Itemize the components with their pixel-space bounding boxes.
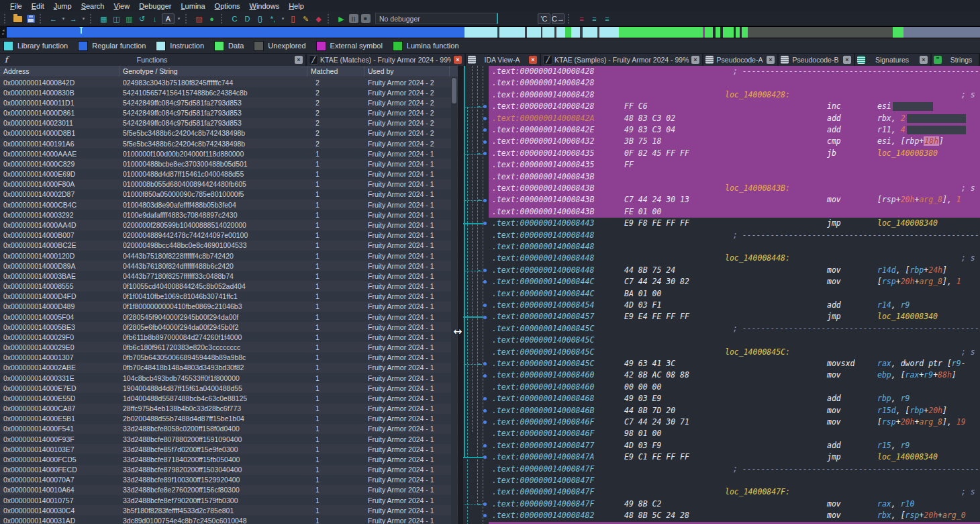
debugger-combo[interactable]: No debugger: [375, 13, 498, 24]
run-icon[interactable]: ▶: [336, 13, 347, 24]
menu-file[interactable]: File: [5, 1, 27, 11]
table-row[interactable]: 0x000000014000CA8728ffc975b4eb138b4b0c33…: [0, 404, 458, 414]
segments-icon[interactable]: ▥: [124, 13, 135, 24]
disasm-line[interactable]: .text:0000000140008428loc_140008428:; s: [489, 89, 980, 101]
column-header-used-by[interactable]: Used by: [364, 66, 450, 77]
table-row[interactable]: 0x00000001400191A65f5e5bc3488b6c24204c8b…: [0, 138, 458, 148]
disasm-line[interactable]: .text:000000014000843BC7 44 24 30 13mov[…: [489, 194, 980, 206]
toolbar-handle[interactable]: [90, 14, 95, 24]
table-row[interactable]: 0x0000000140002D8701000f850a05000090c785…: [0, 189, 458, 200]
compile-icon[interactable]: C: [229, 13, 240, 24]
column-header-address[interactable]: Address: [0, 66, 119, 77]
menu-lumina[interactable]: Lumina: [176, 1, 209, 11]
edit-icon[interactable]: ✎: [300, 13, 311, 24]
table-row[interactable]: 0x000000014000D89A04443b76180f824dffffff…: [0, 261, 458, 271]
refresh-icon[interactable]: ↺: [136, 13, 148, 24]
braces-icon[interactable]: {}: [254, 13, 266, 24]
nav-segment[interactable]: [748, 27, 893, 38]
panel-caption-signatures[interactable]: Signatures×: [855, 54, 932, 66]
list-teal-icon[interactable]: ≡: [589, 13, 600, 24]
table-row[interactable]: 0x000000014000F80A0100008b055d6804008944…: [0, 179, 458, 189]
disasm-line[interactable]: .text:000000014000847Floc_14000847F:; s: [489, 486, 980, 498]
c-export-icon[interactable]: C→: [552, 13, 565, 24]
close-icon[interactable]: ×: [843, 56, 851, 64]
menu-jump[interactable]: Jump: [49, 1, 77, 11]
nav-segment[interactable]: [7, 27, 464, 38]
table-row[interactable]: 0x000000014000D86154242849ffc084c975d581…: [0, 108, 458, 118]
nav-segment[interactable]: [893, 27, 903, 38]
nav-segment[interactable]: [565, 27, 571, 38]
table-row[interactable]: 0x000000014001075733d2488bcfe8ef790200ff…: [0, 495, 458, 505]
table-row[interactable]: 0x00000001400032920100e9dafaffff4883c708…: [0, 210, 458, 220]
table-row[interactable]: 0x00000001400070A733d2488bcfe89f100300ff…: [0, 475, 458, 485]
panel-caption-pseudocode-a[interactable]: Pseudocode-A×: [703, 54, 779, 66]
back-icon[interactable]: ←: [48, 13, 59, 24]
nav-segment[interactable]: [542, 27, 554, 38]
disasm-line[interactable]: .text:0000000140008428: [489, 77, 980, 89]
vars-dropdown-icon[interactable]: ▾: [280, 13, 286, 24]
disasm-line[interactable]: .text:000000014000848248 8B 5C 24 28movr…: [489, 510, 980, 521]
close-icon[interactable]: ×: [454, 56, 462, 64]
table-row[interactable]: 0x000000014000AAAE0100000f100d00b204000f…: [0, 148, 458, 159]
table-row[interactable]: 0x000000014000F93F33d2488bcfe807880200ff…: [0, 434, 458, 444]
disasm-line[interactable]: .text:00000001400084323B 75 18cmpesi, [r…: [489, 136, 980, 147]
table-row[interactable]: 0x0000000140002ABE0fb70c48418b148a4803d3…: [0, 363, 458, 373]
list-teal2-icon[interactable]: ≡: [601, 13, 613, 24]
disasm-line[interactable]: .text:000000014000843B: [489, 171, 980, 183]
disasm-line[interactable]: .text:000000014000847F: [489, 475, 980, 486]
disasm-line[interactable]: .text:000000014000845C; ----------------…: [489, 323, 980, 335]
data-icon[interactable]: D: [242, 13, 253, 24]
breakpoint-icon[interactable]: ◆: [313, 13, 324, 24]
close-icon[interactable]: ×: [529, 56, 537, 64]
disasm-line[interactable]: .text:0000000140008457E9 E4 FE FF FFjmpl…: [489, 311, 980, 322]
disasm-line[interactable]: .text:000000014000846F98 01 00: [489, 428, 980, 439]
nav-arrow-down-icon[interactable]: ▸: [2, 32, 4, 36]
table-row[interactable]: 0x00000001400085550f10055cd404008844245c…: [0, 281, 458, 291]
disasm-line[interactable]: .text:000000014000846B44 8B 7D 20movr15d…: [489, 405, 980, 417]
table-row[interactable]: 0x0000000140005F040f280545f904000f2945b0…: [0, 312, 458, 322]
table-row[interactable]: 0x000000014000CB4C01004803d8e90afeffff48…: [0, 200, 458, 210]
nav-segment[interactable]: [527, 27, 540, 38]
nav-segment[interactable]: [723, 27, 734, 38]
menu-options[interactable]: Options: [210, 1, 245, 11]
disasm-line[interactable]: .text:000000014000846FC7 44 24 30 71mov[…: [489, 417, 980, 428]
table-row[interactable]: 0x000000014000AA4D0200000f280599b1040088…: [0, 220, 458, 230]
lumina-icon[interactable]: ●: [206, 13, 217, 24]
table-row[interactable]: 0x000000014000C829010000488bcbe8ec370300…: [0, 159, 458, 169]
table-row[interactable]: 0x00000001400103E733d2488bcfe85f7d0200ff…: [0, 444, 458, 454]
table-row[interactable]: 0x00000001400013070fb705b643050066894594…: [0, 353, 458, 363]
table-row[interactable]: 0x0000000140003BAE04443b77180f8257ffffff…: [0, 271, 458, 281]
table-row[interactable]: 0x000000014000830B542410565741564157488b…: [0, 87, 458, 97]
table-row[interactable]: 0x00000001400031AD3dc89d0100754e4c8b7c24…: [0, 515, 458, 524]
forward-icon[interactable]: →: [68, 13, 79, 24]
disasm-line[interactable]: .text:0000000140008448; ----------------…: [489, 230, 980, 241]
disasm-line[interactable]: .text:000000014000845C49 63 41 3Cmovsxdr…: [489, 358, 980, 369]
nav-segment[interactable]: [583, 27, 597, 38]
vars-icon[interactable]: *,: [267, 13, 279, 24]
table-row[interactable]: 0x000000014000E5B12b0200488d55b7488d4d87…: [0, 414, 458, 424]
save-icon[interactable]: [25, 13, 36, 24]
disasm-line[interactable]: .text:0000000140008428; ----------------…: [489, 66, 980, 77]
imports-icon[interactable]: ◫: [111, 13, 122, 24]
menu-view[interactable]: View: [109, 1, 135, 11]
table-row[interactable]: 0x000000014000E69D010000488d4d87ff15461c…: [0, 169, 458, 179]
toolbar-handle[interactable]: [328, 14, 332, 24]
disasm-line[interactable]: .text:00000001400084774D 03 F9addr15, r9: [489, 440, 980, 451]
disasm-line[interactable]: .text:00000001400084350F 82 45 FF FFjblo…: [489, 148, 980, 159]
panel-caption-strings[interactable]: ”Strings: [932, 54, 980, 66]
nav-segment[interactable]: [599, 27, 619, 38]
forward-dropdown-icon[interactable]: ▾: [81, 13, 87, 24]
table-row[interactable]: 0x00000001400011D154242849ffc084c975d581…: [0, 97, 458, 107]
table-row[interactable]: 0x000000014000D4FD0f1f00410fbe1069c81046…: [0, 292, 458, 302]
toolbar-handle[interactable]: [185, 14, 190, 24]
disasm-line[interactable]: .text:000000014000842A48 83 C3 02addrbx,…: [489, 113, 980, 124]
nav-segment[interactable]: [903, 27, 980, 38]
menu-edit[interactable]: Edit: [27, 1, 49, 11]
stop-icon[interactable]: ■: [361, 14, 371, 23]
table-row[interactable]: 0x00000001400030C43b5f180f8283feffff4533…: [0, 505, 458, 515]
disasm-line[interactable]: .text:000000014000842E49 83 C3 04addr11,…: [489, 124, 980, 136]
table-row[interactable]: 0x000000014000E7ED190400488d4d87ff15f61a…: [0, 383, 458, 393]
column-header-genotype-string[interactable]: Genotype / String: [119, 66, 307, 77]
toolbar-handle[interactable]: [40, 14, 44, 24]
nav-segment[interactable]: [571, 27, 580, 38]
